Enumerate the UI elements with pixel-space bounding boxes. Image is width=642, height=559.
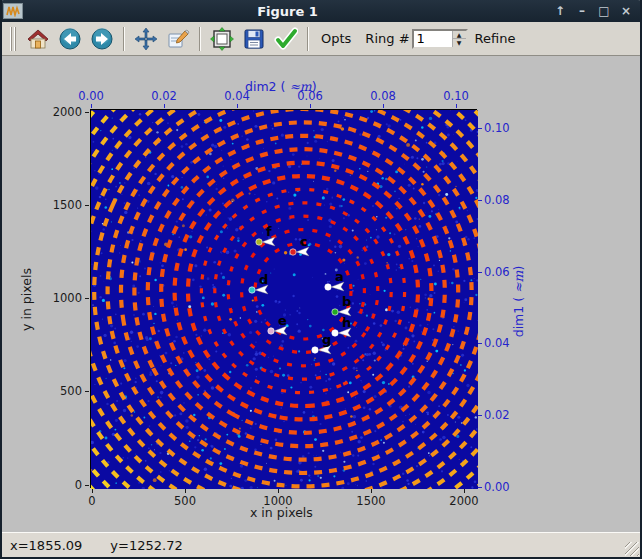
dim1-axis-tick (478, 128, 482, 129)
home-icon (26, 27, 50, 51)
maximize-button[interactable]: □ (596, 3, 612, 19)
dim2-axis-tick (164, 104, 165, 108)
opts-button[interactable]: Opts (321, 31, 351, 46)
dim2-tick-label: 0.00 (78, 89, 104, 103)
ring-number-label: Ring # (365, 31, 409, 46)
x-axis-tick-label: 500 (174, 494, 196, 508)
save-button[interactable] (238, 25, 270, 53)
dim1-axis-tick (478, 343, 482, 344)
x-axis-tick (278, 489, 279, 493)
svg-text:a: a (335, 269, 344, 284)
rollup-button[interactable]: ↑ (552, 3, 568, 19)
y-axis-tick-label: 1500 (44, 198, 82, 212)
dim1-axis-tick (478, 415, 482, 416)
figure-window: Figure 1 ↑ – □ × (0, 0, 642, 559)
y-axis-tick-label: 0 (44, 478, 82, 492)
left-axis-title: y in pixels (19, 260, 34, 340)
y-axis-tick (85, 112, 89, 113)
dim1-tick-label: 0.10 (484, 121, 510, 135)
dim2-tick-label: 0.04 (224, 89, 250, 103)
x-axis-tick-label: 1500 (356, 494, 385, 508)
y-axis-tick-label: 1000 (44, 291, 82, 305)
forward-button[interactable] (86, 25, 118, 53)
svg-text:f: f (266, 224, 272, 239)
svg-text:d: d (259, 272, 268, 287)
svg-text:b: b (342, 294, 351, 309)
accept-button[interactable] (270, 25, 302, 53)
forward-icon (90, 27, 114, 51)
toolbar-separator (199, 27, 201, 51)
edit-button[interactable] (162, 25, 194, 53)
dim1-axis-tick (478, 487, 482, 488)
dim2-tick-label: 0.06 (297, 89, 323, 103)
resize-grip[interactable] (625, 542, 639, 556)
dim1-tick-label: 0.02 (484, 408, 510, 422)
subplots-icon (210, 27, 234, 51)
back-button[interactable] (54, 25, 86, 53)
x-axis-tick (464, 489, 465, 493)
toolbar-separator (123, 27, 125, 51)
dim1-axis-tick (478, 272, 482, 273)
edit-icon (166, 27, 190, 51)
x-axis-tick-label: 1000 (263, 494, 292, 508)
home-button[interactable] (22, 25, 54, 53)
cursor-y-readout: y=1252.72 (110, 538, 182, 553)
close-button[interactable]: × (618, 3, 634, 19)
figure-canvas[interactable]: dim2 ( ≈m) y in pixels dim1 ( ≈m) x in p… (2, 56, 640, 532)
title-bar[interactable]: Figure 1 ↑ – □ × (0, 0, 642, 22)
matplotlib-logo-icon (3, 3, 23, 19)
svg-text:c: c (300, 234, 308, 249)
spin-down-icon[interactable]: ▼ (453, 39, 466, 47)
dim2-axis-tick (456, 104, 457, 108)
x-axis-tick (371, 489, 372, 493)
toolbar-separator (307, 27, 309, 51)
dim2-tick-label: 0.08 (370, 89, 396, 103)
checkmark-icon (274, 27, 298, 51)
spin-up-icon[interactable]: ▲ (453, 31, 466, 40)
dim1-tick-label: 0.04 (484, 336, 510, 350)
svg-text:e: e (278, 313, 287, 328)
dim2-axis-tick (91, 104, 92, 108)
y-axis-tick (85, 205, 89, 206)
status-bar: x=1855.09 y=1252.72 (2, 532, 640, 557)
dim1-tick-label: 0.08 (484, 193, 510, 207)
dim1-axis-tick (478, 200, 482, 201)
y-axis-tick (85, 391, 89, 392)
x-axis-tick-label: 0 (88, 494, 95, 508)
svg-text:h: h (342, 315, 351, 330)
dim2-tick-label: 0.10 (443, 89, 469, 103)
dim2-axis-tick (237, 104, 238, 108)
y-axis-tick (85, 298, 89, 299)
y-axis-tick (85, 485, 89, 486)
right-axis-title: dim1 ( ≈m) (511, 257, 526, 347)
back-icon (58, 27, 82, 51)
ring-number-spinbox[interactable]: ▲ ▼ (412, 29, 468, 49)
x-axis-tick (185, 489, 186, 493)
save-icon (242, 27, 266, 51)
dim2-axis-tick (310, 104, 311, 108)
svg-text:g: g (322, 332, 331, 347)
plot-area[interactable]: abcdefgh (90, 109, 477, 488)
toolbar: Opts Ring # ▲ ▼ Refine (2, 22, 640, 56)
window-title: Figure 1 (23, 4, 552, 19)
x-axis-tick-label: 2000 (449, 494, 478, 508)
dim1-tick-label: 0.06 (484, 265, 510, 279)
minimize-button[interactable]: – (574, 3, 590, 19)
toolbar-grip[interactable] (10, 27, 18, 51)
subplots-button[interactable] (206, 25, 238, 53)
y-axis-tick-label: 2000 (44, 105, 82, 119)
x-axis-tick (92, 489, 93, 493)
ring-number-input[interactable] (414, 31, 452, 47)
pan-button[interactable] (130, 25, 162, 53)
dim2-axis-tick (383, 104, 384, 108)
dim1-tick-label: 0.00 (484, 480, 510, 494)
refine-button[interactable]: Refine (475, 31, 516, 46)
cursor-x-readout: x=1855.09 (10, 538, 82, 553)
pan-icon (134, 27, 158, 51)
y-axis-tick-label: 500 (44, 384, 82, 398)
dim2-tick-label: 0.02 (151, 89, 177, 103)
